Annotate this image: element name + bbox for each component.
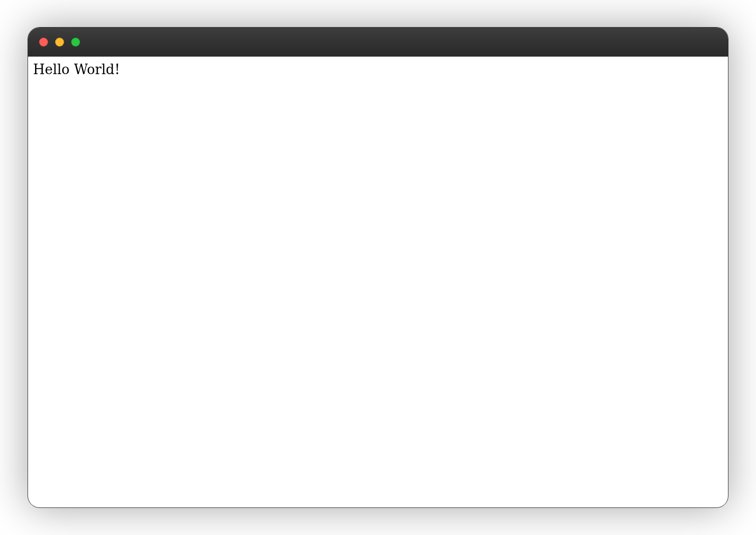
body-text: Hello World! [33,62,723,78]
window-titlebar [28,28,728,57]
window-minimize-button[interactable] [55,38,64,47]
app-window: Hello World! [28,27,728,508]
window-close-button[interactable] [39,38,48,47]
window-maximize-button[interactable] [71,38,80,47]
window-content: Hello World! [28,57,728,83]
